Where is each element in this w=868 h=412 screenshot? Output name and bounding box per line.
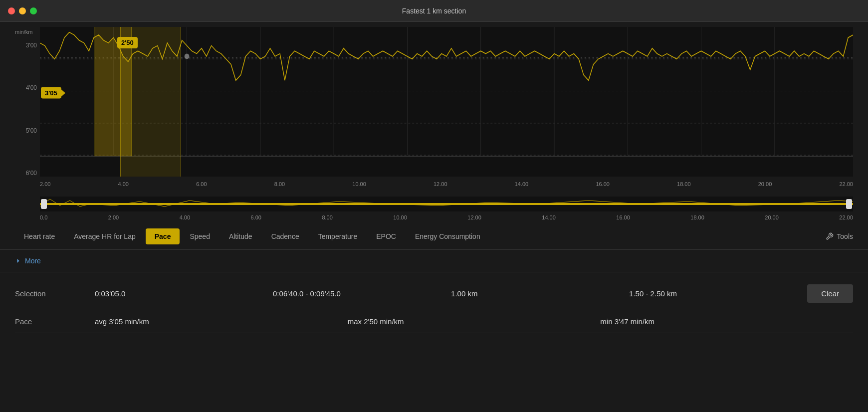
window-controls bbox=[8, 7, 37, 14]
tab-bar: Heart rate Average HR for Lap Pace Speed… bbox=[0, 223, 868, 250]
tab-temperature[interactable]: Temperature bbox=[309, 228, 367, 244]
selection-time-range: 0:06'40.0 - 0:09'45.0 bbox=[273, 289, 451, 298]
tab-avg-hr[interactable]: Average HR for Lap bbox=[65, 228, 144, 244]
range-slider[interactable] bbox=[40, 197, 853, 211]
y-label-2: 4'00 bbox=[15, 84, 40, 91]
chart-container: min/km 3'00 4'00 5'00 6'00 bbox=[15, 27, 853, 197]
selection-time: 0:03'05.0 bbox=[95, 289, 273, 298]
tooltip-avg: 3'05 bbox=[41, 87, 61, 99]
svg-point-19 bbox=[185, 54, 190, 59]
tooltip-max: 2'50 bbox=[117, 37, 138, 48]
range-track bbox=[40, 203, 853, 205]
rx-2: 2.00 bbox=[108, 214, 119, 220]
tab-pace[interactable]: Pace bbox=[146, 228, 180, 244]
tools-button[interactable]: Tools bbox=[826, 232, 853, 240]
close-button[interactable] bbox=[8, 7, 15, 14]
svg-marker-22 bbox=[17, 259, 19, 263]
range-handle-right[interactable] bbox=[846, 199, 852, 209]
range-handle-left[interactable] bbox=[41, 199, 47, 209]
y-label-3: 5'00 bbox=[15, 127, 40, 134]
range-x-labels: 0.0 2.00 4.00 6.00 8.00 10.00 12.00 14.0… bbox=[40, 211, 853, 223]
pace-max: max 2'50 min/km bbox=[348, 317, 601, 326]
tab-heart-rate[interactable]: Heart rate bbox=[15, 228, 64, 244]
tab-energy[interactable]: Energy Consumption bbox=[406, 228, 489, 244]
tab-epoc[interactable]: EPOC bbox=[367, 228, 405, 244]
selection-row-label: Selection bbox=[15, 289, 95, 298]
title-bar: Fastest 1 km section bbox=[0, 0, 868, 22]
tab-cadence[interactable]: Cadence bbox=[262, 228, 308, 244]
rx-0: 0.0 bbox=[40, 214, 47, 220]
rx-4: 4.00 bbox=[180, 214, 190, 220]
x-axis-labels: 2.00 4.00 6.00 8.00 10.00 12.00 14.00 16… bbox=[40, 177, 853, 192]
tools-label: Tools bbox=[837, 232, 853, 240]
pace-min: min 3'47 min/km bbox=[600, 317, 853, 326]
main-content: min/km 3'00 4'00 5'00 6'00 bbox=[0, 22, 868, 338]
x-label-18: 18.00 bbox=[677, 181, 691, 187]
x-label-10: 10.00 bbox=[352, 181, 366, 187]
chart-area[interactable]: 3'05 2'50 bbox=[40, 27, 853, 177]
window-title: Fastest 1 km section bbox=[402, 7, 466, 15]
tools-icon bbox=[826, 232, 834, 240]
pace-row: Pace avg 3'05 min/km max 2'50 min/km min… bbox=[15, 310, 853, 333]
maximize-button[interactable] bbox=[30, 7, 37, 14]
selection-row: Selection 0:03'05.0 0:06'40.0 - 0:09'45.… bbox=[15, 277, 853, 310]
y-label-4: 6'00 bbox=[15, 170, 40, 177]
rx-16: 16.00 bbox=[616, 214, 630, 220]
tab-altitude[interactable]: Altitude bbox=[220, 228, 261, 244]
x-label-20: 20.00 bbox=[758, 181, 772, 187]
selection-region bbox=[120, 27, 181, 177]
rx-14: 14.00 bbox=[542, 214, 556, 220]
selection-distance: 1.00 km bbox=[451, 289, 629, 298]
x-label-22: 22.00 bbox=[839, 181, 853, 187]
more-label: More bbox=[25, 257, 41, 265]
rx-18: 18.00 bbox=[690, 214, 704, 220]
rx-8: 8.00 bbox=[322, 214, 332, 220]
rx-22: 22.00 bbox=[839, 214, 853, 220]
selection-dist-range: 1.50 - 2.50 km bbox=[629, 289, 807, 298]
x-label-16: 16.00 bbox=[596, 181, 610, 187]
x-label-14: 14.00 bbox=[515, 181, 529, 187]
x-label-4: 4.00 bbox=[118, 181, 129, 187]
tab-speed[interactable]: Speed bbox=[181, 228, 218, 244]
x-label-6: 6.00 bbox=[196, 181, 207, 187]
pace-row-label: Pace bbox=[15, 317, 95, 326]
chevron-right-icon bbox=[15, 258, 21, 264]
rx-6: 6.00 bbox=[251, 214, 261, 220]
pace-avg: avg 3'05 min/km bbox=[95, 317, 348, 326]
y-label-1: 3'00 bbox=[15, 42, 40, 49]
x-label-12: 12.00 bbox=[434, 181, 447, 187]
x-label-8: 8.00 bbox=[274, 181, 285, 187]
y-axis: 3'00 4'00 5'00 6'00 bbox=[15, 27, 40, 177]
rx-20: 20.00 bbox=[765, 214, 779, 220]
x-label-2: 2.00 bbox=[40, 181, 50, 187]
clear-button[interactable]: Clear bbox=[807, 284, 853, 303]
rx-10: 10.00 bbox=[393, 214, 407, 220]
minimize-button[interactable] bbox=[19, 7, 26, 14]
more-row[interactable]: More bbox=[0, 250, 868, 272]
rx-12: 12.00 bbox=[467, 214, 481, 220]
stats-section: Selection 0:03'05.0 0:06'40.0 - 0:09'45.… bbox=[0, 272, 868, 338]
